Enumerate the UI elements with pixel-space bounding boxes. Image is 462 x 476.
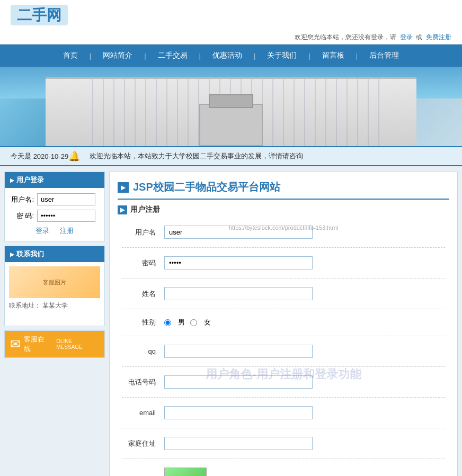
- form-row-phone: 电话号码: [118, 372, 449, 392]
- gender-male-label: 男: [178, 318, 185, 327]
- section-header: ▶ 用户注册: [118, 205, 449, 214]
- gender-form-label: 性别: [118, 314, 160, 331]
- username-form-label: 用户名: [118, 222, 160, 243]
- service-image: 客服图片: [9, 266, 100, 298]
- contact-area: 客服图片 联系地址： 某某大学: [5, 262, 104, 326]
- or-text: 或: [416, 33, 422, 41]
- form-row-realname: 姓名: [118, 283, 449, 304]
- form-row-separator3: [118, 304, 449, 314]
- password-label: 密 码:: [10, 211, 34, 221]
- gender-male-radio[interactable]: [164, 319, 171, 326]
- nav-promo[interactable]: 优惠活动: [203, 44, 252, 67]
- nav-about[interactable]: 网站简介: [93, 44, 142, 67]
- password-form-label: 密码: [118, 253, 160, 273]
- login-section-title: 用户登录: [5, 172, 104, 188]
- banner: [0, 67, 462, 146]
- marquee-text: 欢迎光临本站，本站致力于大学校园二手交易事业的发展，详情请咨询: [90, 151, 451, 161]
- nav-admin[interactable]: 后台管理: [360, 44, 408, 67]
- login-link[interactable]: 登录: [400, 33, 413, 41]
- form-row-separator8: [118, 454, 449, 464]
- date-bar: 今天是 2020-10-29 🔔 欢迎光临本站，本站致力于大学校园二手交易事业的…: [0, 146, 462, 166]
- avatar-placeholder: [164, 468, 207, 476]
- form-row-email: email: [118, 402, 449, 423]
- gender-female-radio[interactable]: [190, 319, 197, 326]
- form-row-separator4: [118, 331, 449, 341]
- section-title: 用户注册: [130, 205, 160, 214]
- kefu-section: ✉ 客服在线 OLINE MESSAGE: [4, 330, 105, 358]
- form-qq-input[interactable]: [164, 345, 313, 358]
- form-row-separator2: [118, 273, 449, 283]
- form-password-input[interactable]: [164, 256, 313, 270]
- main-area: 用户登录 用户名: 密 码: 登录 注册 联系我们: [0, 166, 462, 476]
- form-phone-input[interactable]: [164, 375, 313, 389]
- nav-contact[interactable]: 关于我们: [257, 44, 306, 67]
- date-value: 2020-10-29: [33, 152, 69, 160]
- content-panel: ▶ JSP校园二手物品交易平台网站 ▶ 用户注册 https://byteslo…: [109, 172, 458, 476]
- form-row-separator6: [118, 392, 449, 402]
- page-title-bar: ▶ JSP校园二手物品交易平台网站: [118, 180, 449, 200]
- date-prefix: 今天是: [11, 151, 31, 161]
- form-row-avatar: 头像: [118, 464, 449, 476]
- nav: 首页 | 网站简介 | 二手交易 | 优惠活动 | 关于我们 | 留言板 | 后…: [0, 44, 462, 67]
- realname-form-label: 姓名: [118, 283, 160, 304]
- logo[interactable]: 二手网: [11, 5, 68, 25]
- welcome-bar: 欢迎您光临本站，您还没有登录，请 登录 或 免费注册: [0, 31, 462, 44]
- nav-guestbook[interactable]: 留言板: [313, 44, 354, 67]
- form-row-separator1: [118, 243, 449, 253]
- form-address-input[interactable]: [164, 437, 313, 450]
- address-form-label: 家庭住址: [118, 433, 160, 454]
- qq-form-label: qq: [118, 341, 160, 362]
- password-input[interactable]: [37, 210, 95, 222]
- form-realname-input[interactable]: [164, 287, 313, 300]
- form-row-separator7: [118, 423, 449, 433]
- contact-section-title: 联系我们: [5, 246, 104, 262]
- phone-form-label: 电话号码: [118, 372, 160, 392]
- contact-section: 联系我们 客服图片 联系地址： 某某大学: [4, 246, 105, 326]
- username-row: 用户名:: [10, 193, 99, 205]
- login-section: 用户登录 用户名: 密 码: 登录 注册: [4, 172, 105, 241]
- form-row-gender: 性别 男 女: [118, 314, 449, 331]
- login-button[interactable]: 登录: [35, 226, 49, 236]
- kefu-label: 客服在线: [24, 335, 51, 354]
- header: 二手网: [0, 0, 462, 31]
- service-image-placeholder: 客服图片: [43, 279, 66, 286]
- contact-addr: 联系地址： 某某大学: [9, 301, 100, 310]
- kefu-banner[interactable]: ✉ 客服在线 OLINE MESSAGE: [5, 331, 104, 357]
- username-input[interactable]: [37, 193, 95, 205]
- login-buttons: 登录 注册: [10, 226, 99, 236]
- nav-trade[interactable]: 二手交易: [148, 44, 197, 67]
- bell-icon: 🔔: [68, 150, 80, 162]
- avatar-form-label: 头像: [118, 464, 160, 476]
- title-icon: ▶: [118, 182, 129, 193]
- form-row-separator5: [118, 362, 449, 372]
- password-row: 密 码:: [10, 210, 99, 222]
- login-form: 用户名: 密 码: 登录 注册: [5, 188, 104, 241]
- form-email-input[interactable]: [164, 406, 313, 419]
- registration-form: 用户名 密码 姓名: [118, 222, 449, 476]
- register-button[interactable]: 注册: [60, 226, 74, 236]
- logo-text: 二手网: [11, 5, 68, 25]
- username-label: 用户名:: [10, 195, 34, 204]
- register-link[interactable]: 免费注册: [426, 33, 451, 41]
- welcome-text: 欢迎您光临本站，您还没有登录，请: [295, 33, 396, 41]
- nav-home[interactable]: 首页: [54, 44, 87, 67]
- email-form-label: email: [118, 402, 160, 423]
- gender-female-label: 女: [204, 318, 211, 327]
- sidebar: 用户登录 用户名: 密 码: 登录 注册 联系我们: [4, 172, 105, 476]
- gender-radio-group: 男 女: [164, 318, 445, 327]
- form-row-password: 密码: [118, 253, 449, 273]
- form-row-username: 用户名: [118, 222, 449, 243]
- oline-label: OLINE MESSAGE: [56, 338, 99, 350]
- section-icon: ▶: [118, 205, 127, 214]
- kefu-icon: ✉: [10, 337, 21, 352]
- form-row-address: 家庭住址: [118, 433, 449, 454]
- watermark-overlay: https://byteslock.com/productinfo-153.ht…: [118, 222, 449, 476]
- form-row-qq: qq: [118, 341, 449, 362]
- form-username-input[interactable]: [164, 226, 313, 239]
- page-title: JSP校园二手物品交易平台网站: [133, 180, 280, 194]
